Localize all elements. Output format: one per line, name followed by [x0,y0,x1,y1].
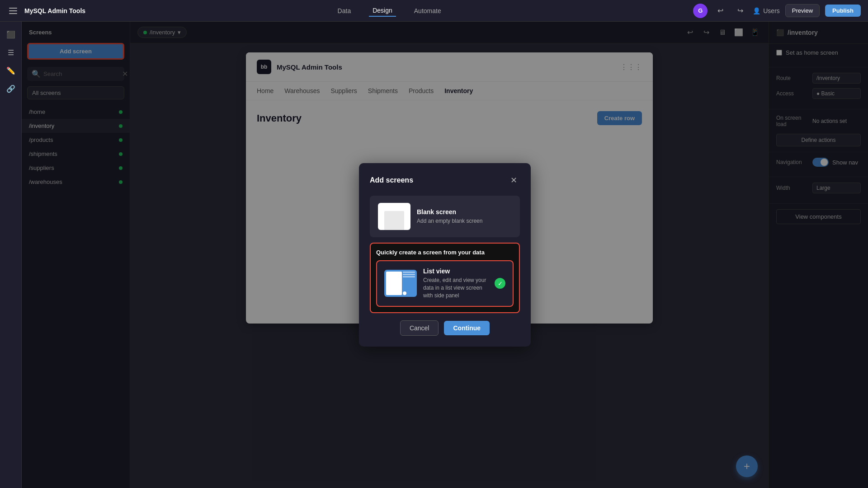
nav-design[interactable]: Design [369,5,396,17]
sidebar-screens-icon[interactable]: ⬛ [4,27,18,42]
modal-footer: Cancel Continue [370,320,520,336]
list-view-info: List view Create, edit and view your dat… [423,267,488,299]
users-button[interactable]: 👤 Users [753,7,780,14]
list-view-thumbnail [384,270,417,297]
blank-screen-card[interactable]: Blank screen Add an empty blank screen [370,196,520,237]
blank-screen-thumbnail [378,203,410,230]
sidebar-list-icon[interactable]: ☰ [4,45,18,60]
sidebar-pen-icon[interactable]: ✏️ [4,63,18,78]
undo-icon[interactable]: ↩ [713,4,727,18]
data-section-title: Quickly create a screen from your data [376,249,514,256]
nav-data[interactable]: Data [334,5,355,16]
list-thumb-line3 [403,276,415,277]
list-thumb-right [403,272,415,295]
topbar: MySQL Admin Tools Data Design Automate G… [0,0,868,22]
topbar-nav: Data Design Automate [93,5,686,17]
topbar-right: G ↩ ↪ 👤 Users Preview Publish [693,4,861,18]
blank-screen-title: Blank screen [417,208,512,216]
users-icon: 👤 [753,7,760,14]
data-screens-section: Quickly create a screen from your data [370,243,520,313]
blank-screen-info: Blank screen Add an empty blank screen [417,208,512,225]
nav-automate[interactable]: Automate [410,5,445,16]
list-thumb-line [403,272,415,273]
cancel-button[interactable]: Cancel [400,320,439,336]
publish-button[interactable]: Publish [825,5,861,17]
list-view-title: List view [423,267,488,275]
preview-button[interactable]: Preview [785,4,820,17]
list-view-card[interactable]: List view Create, edit and view your dat… [376,260,514,306]
avatar[interactable]: G [693,4,708,18]
redo-icon[interactable]: ↪ [733,4,747,18]
blank-screen-desc: Add an empty blank screen [417,217,512,225]
blank-thumb-inner [384,211,404,230]
blank-thumb-graphic [378,203,410,230]
icon-sidebar: ⬛ ☰ ✏️ 🔗 [0,22,22,488]
modal-title: Add screens [370,176,413,184]
modal-overlay[interactable]: Add screens ✕ Blank screen Add an empty … [22,22,868,488]
list-thumb-left [386,272,402,295]
continue-button[interactable]: Continue [444,321,490,335]
sidebar-link-icon[interactable]: 🔗 [4,81,18,96]
list-thumb-line2 [403,274,415,275]
modal-close-button[interactable]: ✕ [507,174,520,187]
app-title: MySQL Admin Tools [24,7,85,14]
modal-header: Add screens ✕ [370,174,520,187]
list-thumb-dot [403,291,406,295]
add-screens-modal: Add screens ✕ Blank screen Add an empty … [359,163,531,346]
list-thumb-graphic [384,270,417,297]
topbar-left: MySQL Admin Tools [7,6,85,16]
list-view-desc: Create, edit and view your data in a lis… [423,277,488,299]
menu-icon[interactable] [7,6,19,16]
list-view-selected-check: ✓ [495,278,505,289]
